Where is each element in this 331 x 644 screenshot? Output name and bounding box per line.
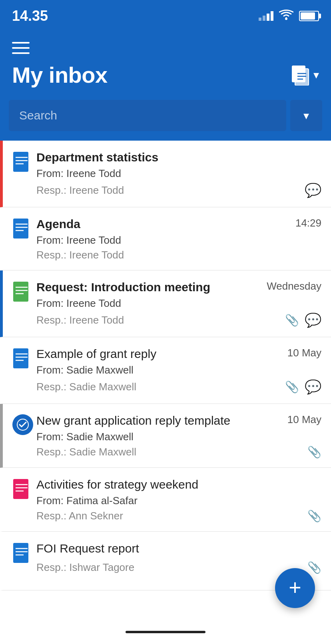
svg-rect-29 (13, 543, 28, 563)
attachment-icon: 📎 (285, 314, 299, 327)
item-title: Request: Introduction meeting (36, 279, 263, 295)
item-content: Agenda 14:29 From: Ireene Todd Resp.: Ir… (36, 216, 321, 261)
svg-rect-15 (13, 282, 28, 302)
item-title: FOI Request report (36, 541, 317, 556)
item-date: 10 May (287, 347, 321, 359)
document-icon (12, 218, 31, 239)
item-resp-row: Resp.: Ishwar Tagore 📎 (36, 561, 321, 574)
fab-button[interactable]: + (275, 568, 315, 608)
item-title-row: Agenda 14:29 (36, 216, 321, 232)
item-title: New grant application reply template (36, 413, 283, 428)
item-from: From: Fatima al-Safar (36, 495, 321, 507)
item-icon-wrap (12, 149, 36, 198)
item-title: Activities for strategy weekend (36, 477, 317, 492)
signal-icon (259, 11, 273, 21)
search-filter-button[interactable]: ▾ (290, 100, 322, 131)
item-title-row: FOI Request report (36, 541, 321, 556)
add-icon: + (289, 576, 301, 598)
document-icon (12, 281, 31, 302)
page-title: My inbox (12, 62, 108, 88)
item-resp: Resp.: Ireene Todd (36, 314, 124, 326)
item-icon-wrap (12, 346, 36, 395)
item-title-row: New grant application reply template 10 … (36, 413, 321, 428)
inbox-item[interactable]: Request: Introduction meeting Wednesday … (0, 270, 331, 337)
signal-bar-2 (263, 16, 265, 21)
item-content: Department statistics From: Ireene Todd … (36, 149, 321, 198)
inbox-item[interactable]: Agenda 14:29 From: Ireene Todd Resp.: Ir… (0, 207, 331, 270)
item-badges: 💬 (305, 182, 321, 198)
svg-rect-7 (13, 152, 28, 172)
item-badges: 📎 (307, 509, 321, 523)
item-badges: 📎 (307, 561, 321, 574)
item-resp-row: Resp.: Ireene Todd (36, 249, 321, 261)
document-icon (12, 348, 31, 369)
signal-bar-1 (259, 18, 261, 21)
attachment-icon: 📎 (285, 380, 299, 394)
item-content: Request: Introduction meeting Wednesday … (36, 279, 321, 328)
status-bar: 14.35 (0, 0, 331, 32)
inbox-list: Department statistics From: Ireene Todd … (0, 141, 331, 590)
bottom-nav (0, 620, 331, 644)
document-icon (12, 478, 31, 500)
item-resp: Resp.: Sadie Maxwell (36, 381, 136, 393)
document-icon (12, 151, 31, 173)
inbox-item[interactable]: Example of grant reply 10 May From: Sadi… (0, 337, 331, 404)
item-resp: Resp.: Ireene Todd (36, 184, 124, 197)
item-icon-wrap (12, 216, 36, 261)
chevron-down-icon: ▾ (303, 109, 309, 122)
svg-rect-19 (13, 348, 28, 368)
check-circle-icon (12, 414, 33, 435)
attachment-icon: 📎 (307, 509, 321, 523)
item-title: Example of grant reply (36, 346, 283, 362)
item-resp: Resp.: Ireene Todd (36, 249, 124, 261)
inbox-item[interactable]: Department statistics From: Ireene Todd … (0, 141, 331, 207)
chevron-down-icon: ▾ (313, 68, 319, 81)
item-content: FOI Request report Resp.: Ishwar Tagore … (36, 541, 321, 574)
inbox-item[interactable]: New grant application reply template 10 … (0, 404, 331, 468)
item-badges: 📎 💬 (285, 379, 321, 395)
signal-bar-4 (271, 11, 273, 21)
chat-icon: 💬 (305, 379, 321, 395)
svg-rect-11 (13, 219, 28, 239)
item-content: Example of grant reply 10 May From: Sadi… (36, 346, 321, 395)
header-row: My inbox ▾ (12, 62, 319, 88)
item-from: From: Sadie Maxwell (36, 364, 321, 376)
item-resp-row: Resp.: Sadie Maxwell 📎 💬 (36, 379, 321, 395)
item-resp-row: Resp.: Sadie Maxwell 📎 (36, 445, 321, 459)
item-resp: Resp.: Ann Sekner (36, 510, 123, 522)
item-title: Agenda (36, 216, 291, 232)
item-icon-wrap (12, 413, 36, 459)
wifi-icon (279, 9, 293, 23)
item-icon-wrap (12, 477, 36, 523)
status-icons (259, 9, 319, 23)
document-icon (12, 542, 31, 564)
item-resp-row: Resp.: Ireene Todd 📎 💬 (36, 312, 321, 328)
item-content: Activities for strategy weekend From: Fa… (36, 477, 321, 523)
chat-icon: 💬 (305, 312, 321, 328)
item-from: From: Sadie Maxwell (36, 431, 321, 443)
attachment-icon: 📎 (307, 561, 321, 574)
svg-rect-2 (295, 69, 309, 85)
status-time: 14.35 (12, 8, 48, 24)
chat-icon: 💬 (305, 182, 321, 198)
battery-fill (301, 12, 315, 20)
item-title: Department statistics (36, 149, 317, 165)
item-date: 10 May (287, 413, 321, 426)
header: My inbox ▾ (0, 32, 331, 100)
search-input[interactable] (9, 100, 286, 131)
item-from: From: Ireene Todd (36, 167, 321, 180)
search-bar-container: ▾ (0, 100, 331, 141)
item-resp: Resp.: Ishwar Tagore (36, 561, 134, 574)
battery-icon (299, 11, 319, 21)
item-from: From: Ireene Todd (36, 234, 321, 246)
attachment-icon: 📎 (307, 445, 321, 459)
new-document-button[interactable]: ▾ (290, 65, 319, 85)
inbox-item[interactable]: Activities for strategy weekend From: Fa… (0, 468, 331, 532)
signal-bar-3 (267, 14, 269, 21)
item-title-row: Request: Introduction meeting Wednesday (36, 279, 321, 295)
item-title-row: Example of grant reply 10 May (36, 346, 321, 362)
item-from: From: Ireene Todd (36, 297, 321, 310)
item-badges: 📎 (307, 445, 321, 459)
bottom-nav-indicator (126, 631, 205, 633)
hamburger-menu[interactable] (12, 42, 319, 54)
